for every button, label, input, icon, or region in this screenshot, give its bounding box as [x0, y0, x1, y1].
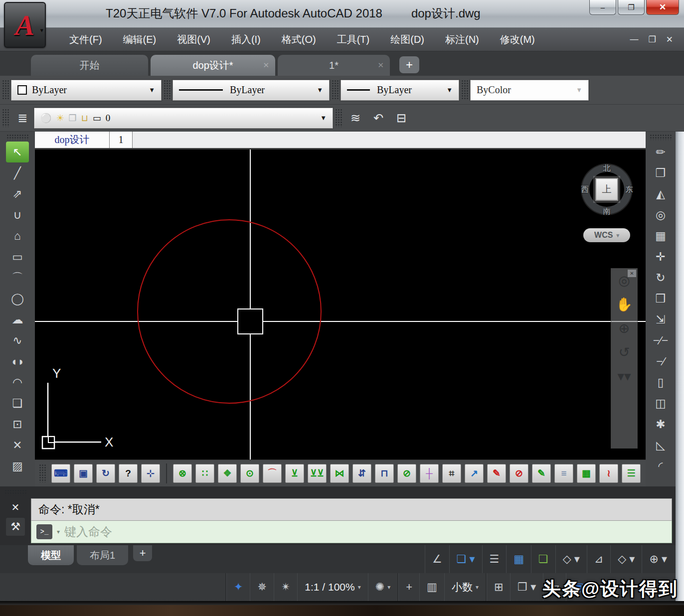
toolbar-grip[interactable]: [164, 80, 171, 100]
viewport-freeze-icon[interactable]: ❐: [69, 113, 77, 124]
initial-settings-icon[interactable]: ⌨: [51, 464, 70, 483]
rotate-icon[interactable]: ↻: [649, 267, 672, 288]
tab-drawing1[interactable]: 1* ✕: [278, 55, 390, 76]
viewcube-north-label[interactable]: 北: [603, 163, 611, 173]
close-button[interactable]: ✕: [646, 0, 679, 15]
arc-wire-icon[interactable]: ⌒: [263, 464, 282, 483]
pan-hand-icon[interactable]: ✋: [611, 293, 637, 316]
lamp-icon[interactable]: ⊻: [285, 464, 304, 483]
viewcube-top-face[interactable]: 上: [595, 178, 618, 201]
rotate-copy-icon[interactable]: ↻: [96, 464, 115, 483]
menu-view[interactable]: 视图(V): [167, 28, 221, 51]
toolbar-grip[interactable]: [650, 134, 672, 140]
menu-file[interactable]: 文件(F): [59, 28, 113, 51]
wire-device-icon[interactable]: ⊙: [240, 464, 259, 483]
layer-walk-icon[interactable]: ≋: [344, 107, 367, 129]
rectangle-icon[interactable]: ▭: [6, 246, 29, 267]
prompt-caret-icon[interactable]: ▾: [57, 528, 60, 535]
more-tools-icon[interactable]: ▾▾: [611, 364, 637, 388]
extend-icon[interactable]: −∕: [649, 351, 672, 372]
device-array-icon[interactable]: ∷: [195, 464, 214, 483]
offset-icon[interactable]: ◎: [649, 204, 672, 225]
break-at-point-icon[interactable]: ▯: [649, 372, 672, 393]
layer-combo[interactable]: ⚪☀❐⊔▭ 0 ▼: [34, 108, 333, 129]
pole-lamp-icon[interactable]: ⊘: [397, 464, 416, 483]
pole-layout-icon[interactable]: ⊓: [375, 464, 394, 483]
new-tab-button[interactable]: +: [399, 56, 419, 73]
quick-calc-icon[interactable]: ⊞: [487, 573, 510, 601]
wcs-menu[interactable]: WCS ▾: [583, 228, 630, 242]
leader-arrow-icon[interactable]: ↗: [465, 464, 484, 483]
viewcube-east-label[interactable]: 东: [626, 185, 633, 194]
orbit-icon[interactable]: ↺: [611, 340, 637, 364]
sun-icon[interactable]: ☀: [56, 113, 64, 124]
doc-minimize-icon[interactable]: —: [626, 34, 643, 44]
restore-button[interactable]: ❐: [618, 0, 645, 15]
dwg-tab-dop-design[interactable]: dop设计: [35, 132, 110, 148]
polygon-icon[interactable]: ⌂: [6, 225, 29, 246]
wire-paint-icon[interactable]: ✎: [487, 464, 506, 483]
wire-layers-icon[interactable]: ≡: [554, 464, 573, 483]
join-icon[interactable]: ✱: [649, 414, 672, 435]
help-query-icon[interactable]: ?: [119, 464, 138, 483]
layer-previous-icon[interactable]: ↶: [367, 107, 390, 129]
block-convert-icon[interactable]: ❖: [218, 464, 237, 483]
copy-icon[interactable]: ❐: [649, 162, 672, 183]
navbar-close-icon[interactable]: ✕: [628, 270, 636, 277]
minimize-button[interactable]: –: [589, 0, 616, 15]
point-icon[interactable]: ✕: [6, 435, 29, 456]
arc-icon[interactable]: ⌒: [6, 267, 29, 288]
stretch-icon[interactable]: ⇲: [649, 309, 672, 330]
snap-mode-icon[interactable]: ✦: [226, 573, 250, 601]
move-icon[interactable]: ✛: [649, 246, 672, 267]
command-input-line[interactable]: >_ ▾ 键入命令: [31, 521, 672, 543]
new-layout-button[interactable]: +: [133, 545, 152, 561]
app-menu-button[interactable]: A ▾: [4, 2, 46, 48]
menu-draw[interactable]: 绘图(D): [380, 28, 435, 51]
crosshair-size-icon[interactable]: +: [398, 573, 419, 601]
tab-model[interactable]: 模型: [28, 545, 74, 565]
gizmo-icon[interactable]: ⊕ ▾: [642, 545, 674, 573]
scale-icon[interactable]: ❒: [649, 288, 672, 309]
chamfer-icon[interactable]: ◺: [649, 435, 672, 456]
tab-layout1[interactable]: 布局1: [77, 545, 128, 565]
ellipse-icon[interactable]: ◖◗: [6, 351, 29, 372]
layer-color-swatch[interactable]: ▭: [93, 113, 101, 124]
polyline-icon[interactable]: ∪: [6, 204, 29, 225]
hatch-icon[interactable]: ▨: [6, 456, 29, 476]
command-prompt-icon[interactable]: >_: [36, 524, 52, 539]
fillet-icon[interactable]: ◜: [649, 456, 672, 476]
color-combo[interactable]: ByLayer ▼: [11, 80, 162, 101]
toolbar-grip[interactable]: [2, 109, 9, 127]
tab-start[interactable]: 开始: [31, 55, 148, 76]
tab-close-icon[interactable]: ✕: [263, 61, 269, 70]
grid-snap-icon[interactable]: ✵: [250, 573, 273, 601]
units-display[interactable]: 小数 ▾: [444, 573, 486, 601]
wire-erase-icon[interactable]: ⊘: [510, 464, 528, 483]
cross-wire-icon[interactable]: ┼: [420, 464, 439, 483]
command-window-grip[interactable]: [4, 489, 26, 495]
doc-restore-icon[interactable]: ❐: [645, 34, 660, 45]
mirror-icon[interactable]: ◭: [649, 183, 672, 204]
toolbar-grip[interactable]: [6, 134, 28, 140]
device-table-icon[interactable]: ▦: [577, 464, 596, 483]
ucs-axes-icon[interactable]: ⊿: [587, 545, 610, 573]
device-insert-icon[interactable]: ⊗: [173, 464, 192, 483]
array-icon[interactable]: ▦: [649, 225, 672, 246]
edit-device-icon[interactable]: ✎: [532, 464, 551, 483]
toolbar-grip[interactable]: [461, 80, 468, 100]
zoom-icon[interactable]: ⊕: [611, 316, 637, 340]
select-region-icon[interactable]: ⌗: [442, 464, 461, 483]
save-icon[interactable]: ▣: [74, 464, 93, 483]
object-snap-icon[interactable]: ❏ ▾: [449, 545, 482, 573]
linetype-display-icon[interactable]: ☰: [482, 545, 507, 573]
unlock-icon[interactable]: ⊔: [81, 113, 88, 124]
viewcube-south-label[interactable]: 南: [603, 207, 611, 216]
plotstyle-combo[interactable]: ByColor ▼: [470, 80, 589, 101]
trim-icon[interactable]: −∕−: [649, 330, 672, 351]
construction-line-icon[interactable]: ⇗: [6, 183, 29, 204]
menu-format[interactable]: 格式(O): [271, 28, 327, 51]
customize-wrench-icon[interactable]: ⚒: [6, 518, 25, 536]
annotation-tools-icon[interactable]: ✺ ▾: [368, 573, 397, 601]
revision-cloud-icon[interactable]: ☁: [6, 309, 29, 330]
